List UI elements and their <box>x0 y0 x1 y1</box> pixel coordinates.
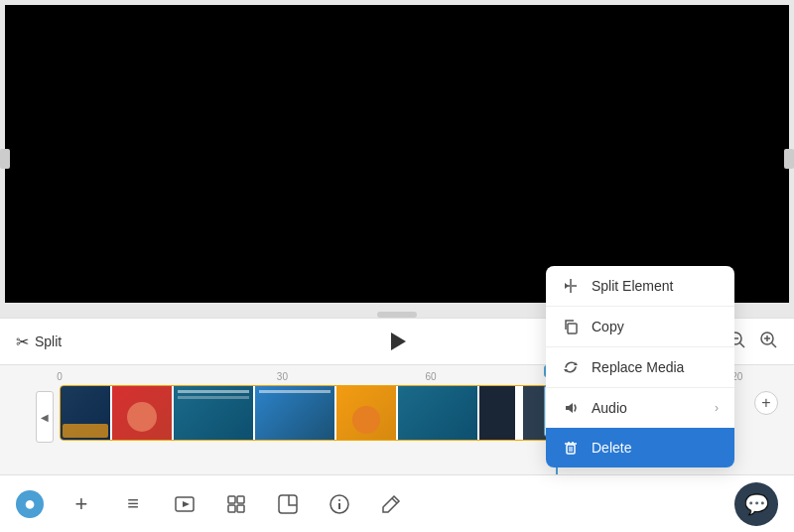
info-tool[interactable] <box>326 490 353 518</box>
add-tool[interactable]: + <box>67 490 95 518</box>
chat-button[interactable]: 💬 <box>734 482 778 526</box>
split-element-icon <box>562 278 580 294</box>
tool-icons: ● + ≡ <box>16 490 405 518</box>
delete-icon <box>562 440 580 456</box>
split-element-label: Split Element <box>592 278 673 294</box>
ruler-mark-60: 60 <box>425 371 436 382</box>
split-label: Split <box>35 333 62 349</box>
media-icon <box>174 493 196 515</box>
clip-5[interactable] <box>336 386 396 440</box>
svg-rect-20 <box>568 324 577 333</box>
replace-media-label: Replace Media <box>592 359 684 375</box>
svg-rect-13 <box>237 505 244 512</box>
add-track-button[interactable]: + <box>754 391 778 415</box>
split-button[interactable]: ✂ Split <box>16 332 62 351</box>
svg-line-5 <box>772 342 777 347</box>
clip-6[interactable] <box>398 386 477 440</box>
clip-7a[interactable] <box>479 386 515 440</box>
copy-icon <box>562 319 580 334</box>
audio-icon <box>562 400 580 416</box>
video-canvas <box>5 5 789 303</box>
svg-marker-9 <box>183 501 190 507</box>
svg-point-17 <box>338 499 340 501</box>
clip-2[interactable] <box>112 386 172 440</box>
chat-icon: 💬 <box>744 492 769 516</box>
bottom-toolbar: ● + ≡ <box>0 474 794 532</box>
ruler-mark-30: 30 <box>277 371 288 382</box>
context-menu: Split Element Copy Replace Media <box>546 266 734 467</box>
svg-rect-14 <box>279 495 297 513</box>
svg-line-2 <box>740 342 745 347</box>
info-icon <box>329 493 350 515</box>
zoom-in-icon[interactable] <box>758 330 778 354</box>
video-right-handle[interactable] <box>784 149 794 169</box>
record-icon: ● <box>24 492 36 515</box>
svg-rect-10 <box>228 496 235 503</box>
svg-marker-0 <box>391 332 406 350</box>
svg-marker-19 <box>565 283 569 289</box>
svg-rect-11 <box>237 496 244 503</box>
clip-3[interactable] <box>174 386 253 440</box>
audio-submenu-arrow: › <box>715 401 719 415</box>
split-icon: ✂ <box>16 332 29 351</box>
copy-label: Copy <box>592 319 624 334</box>
record-tool[interactable]: ● <box>16 490 44 518</box>
delete-label: Delete <box>592 440 631 456</box>
context-menu-copy[interactable]: Copy <box>546 307 734 346</box>
effects-icon <box>225 493 247 515</box>
media-tool[interactable] <box>171 490 198 518</box>
sticker-icon <box>277 493 299 515</box>
text-tool[interactable]: ≡ <box>119 490 147 518</box>
replace-media-icon <box>562 359 580 375</box>
clip-split-line <box>517 386 521 440</box>
effects-tool[interactable] <box>222 490 250 518</box>
edit-tool[interactable] <box>377 490 405 518</box>
play-button[interactable] <box>381 326 413 357</box>
text-icon: ≡ <box>127 492 139 515</box>
context-menu-replace[interactable]: Replace Media <box>546 347 734 387</box>
clip-4[interactable] <box>255 386 334 440</box>
plus-icon: + <box>761 394 770 412</box>
context-menu-delete[interactable]: Delete <box>546 428 734 467</box>
audio-label: Audio <box>592 400 627 416</box>
add-icon: + <box>75 491 88 517</box>
track-scroll-left[interactable]: ◀ <box>36 391 54 443</box>
clip-1[interactable] <box>61 386 110 440</box>
svg-rect-12 <box>228 505 235 512</box>
video-left-handle[interactable] <box>0 149 10 169</box>
ruler-mark-0: 0 <box>57 371 63 382</box>
context-menu-split[interactable]: Split Element <box>546 266 734 306</box>
context-menu-audio[interactable]: Audio › <box>546 388 734 428</box>
edit-icon <box>380 493 402 515</box>
svg-rect-23 <box>567 445 575 454</box>
sticker-tool[interactable] <box>274 490 302 518</box>
left-arrow-icon: ◀ <box>41 412 49 423</box>
